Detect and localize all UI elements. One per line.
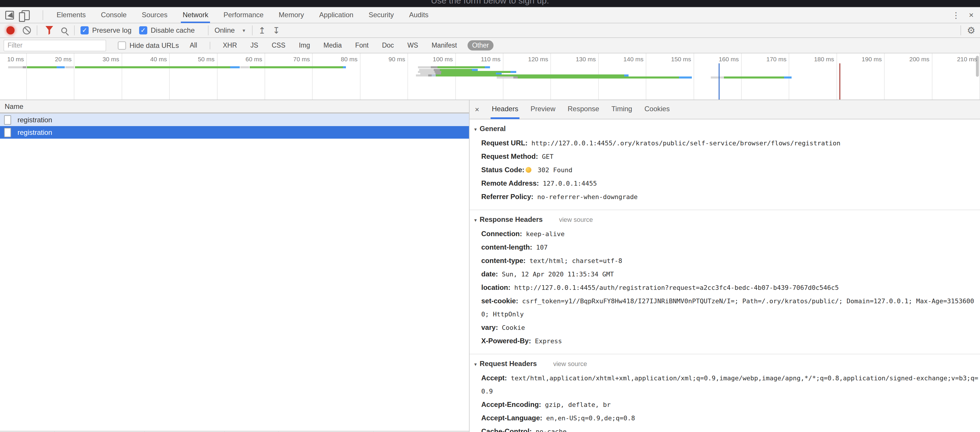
filter-type-manifest[interactable]: Manifest (429, 40, 460, 51)
filter-type-css[interactable]: CSS (269, 40, 288, 51)
header-entry: content-length: 107 (481, 241, 978, 254)
header-key: Request Method: (481, 152, 538, 160)
header-entry: vary: Cookie (481, 321, 978, 335)
throttling-dropdown[interactable]: Online ▼ (215, 26, 246, 34)
name-column-header[interactable]: Name (0, 100, 469, 113)
header-value: keep-alive (522, 230, 565, 238)
header-key: Accept: (481, 374, 507, 382)
inspect-element-icon[interactable] (5, 11, 14, 19)
section-header[interactable]: ▾Response Headersview source (469, 212, 980, 227)
filter-input[interactable] (3, 40, 106, 51)
timeline-tick-label: 20 ms (28, 56, 72, 63)
hide-data-urls-checkbox[interactable] (118, 41, 126, 49)
view-source-link[interactable]: view source (553, 357, 587, 371)
document-icon (4, 115, 11, 124)
disclosure-triangle-icon: ▾ (474, 123, 477, 137)
search-icon[interactable] (61, 27, 67, 33)
devtools-tab-console[interactable]: Console (99, 7, 128, 23)
section-title: Response Headers (480, 212, 543, 226)
header-entry: Accept: text/html,application/xhtml+xml,… (481, 371, 978, 398)
header-entry: Request Method: GET (481, 150, 978, 163)
import-har-icon[interactable]: ↥ (258, 26, 266, 36)
tab-headers[interactable]: Headers (492, 100, 518, 119)
network-settings-gear-icon[interactable]: ⚙ (967, 25, 975, 36)
timeline-tick-label: 80 ms (314, 56, 358, 63)
headers-panel: ▾GeneralRequest URL: http://127.0.0.1:44… (469, 120, 980, 432)
devtools-tab-network[interactable]: Network (181, 7, 210, 23)
header-entry: Referrer Policy: no-referrer-when-downgr… (481, 190, 978, 204)
disable-cache-label: Disable cache (151, 26, 195, 34)
header-value: GET (538, 153, 554, 160)
waterfall-bar-segment (513, 77, 518, 78)
header-entry: Cache-Control: no-cache (481, 425, 978, 432)
devtools-tab-application[interactable]: Application (317, 7, 355, 23)
divider (252, 26, 253, 35)
more-options-kebab-icon[interactable]: ⋮ (952, 11, 960, 20)
waterfall-bar-segment (240, 66, 249, 68)
header-entry: X-Powered-By: Express (481, 335, 978, 348)
close-devtools-icon[interactable]: × (969, 11, 974, 20)
filter-type-media[interactable]: Media (321, 40, 345, 51)
waterfall-bar-segment (511, 71, 516, 73)
divider (210, 42, 210, 49)
tab-cookies[interactable]: Cookies (644, 100, 670, 119)
devtools-tab-memory[interactable]: Memory (277, 7, 306, 23)
header-key: content-length: (481, 243, 532, 251)
section-title: Request Headers (480, 357, 537, 371)
page-banner-text: Use the form below to sign up. (431, 0, 549, 6)
filter-type-other[interactable]: Other (468, 40, 494, 51)
timeline-gridline (407, 53, 408, 100)
tab-timing[interactable]: Timing (611, 100, 632, 119)
waterfall-bar-segment (485, 66, 490, 68)
filter-type-js[interactable]: JS (248, 40, 261, 51)
view-source-link[interactable]: view source (559, 213, 593, 227)
section-header[interactable]: ▾Request Headersview source (469, 357, 980, 371)
export-har-icon[interactable]: ↧ (273, 26, 280, 36)
tab-response[interactable]: Response (568, 100, 599, 119)
devtools-tab-elements[interactable]: Elements (55, 7, 88, 23)
devtools-tab-performance[interactable]: Performance (222, 7, 265, 23)
clear-requests-icon[interactable] (23, 26, 31, 34)
timeline-gridline (694, 53, 694, 100)
table-row[interactable]: registration (0, 126, 469, 139)
devtools-tab-sources[interactable]: Sources (140, 7, 169, 23)
network-overview-timeline[interactable]: 10 ms20 ms30 ms40 ms50 ms60 ms70 ms80 ms… (0, 53, 980, 100)
filter-type-all[interactable]: All (187, 40, 200, 51)
domcontentloaded-marker (719, 63, 719, 100)
timeline-gridline (455, 53, 456, 100)
divider (37, 26, 37, 35)
filter-type-xhr[interactable]: XHR (220, 40, 240, 51)
preserve-log-checkbox[interactable]: ✓ (81, 26, 89, 34)
devtools-tab-security[interactable]: Security (367, 7, 396, 23)
tab-preview[interactable]: Preview (531, 100, 555, 119)
header-value: no-referrer-when-downgrade (533, 193, 638, 201)
timeline-tick-label: 190 ms (838, 56, 882, 63)
section-general: ▾GeneralRequest URL: http://127.0.0.1:44… (469, 120, 980, 210)
devtools-tab-bar: ElementsConsoleSourcesNetworkPerformance… (0, 8, 980, 23)
header-key: date: (481, 270, 498, 278)
table-row[interactable]: registration (0, 113, 469, 126)
filter-type-img[interactable]: Img (296, 40, 313, 51)
close-details-icon[interactable]: × (475, 105, 479, 114)
section-header[interactable]: ▾General (469, 122, 980, 137)
timeline-gridline (932, 53, 932, 100)
filter-type-ws[interactable]: WS (404, 40, 421, 51)
filter-type-doc[interactable]: Doc (379, 40, 397, 51)
disable-cache-checkbox[interactable]: ✓ (139, 26, 147, 34)
waterfall-bar-segment (432, 75, 436, 77)
header-entry: location: http://127.0.0.1:4455/auth/reg… (481, 281, 978, 295)
request-name: registration (18, 116, 52, 124)
timeline-tick-label: 120 ms (504, 56, 548, 63)
devtools-tab-audits[interactable]: Audits (407, 7, 430, 23)
details-tab-bar: × HeadersPreviewResponseTimingCookies (469, 100, 980, 120)
header-value: text/html; charset=utf-8 (526, 257, 622, 265)
header-value: Sun, 12 Apr 2020 11:35:34 GMT (498, 271, 614, 278)
filter-funnel-icon[interactable] (46, 26, 53, 35)
record-network-log-button[interactable] (6, 26, 14, 34)
waterfall-bar-segment (428, 75, 432, 77)
timeline-tick-label: 160 ms (695, 56, 739, 63)
filter-type-font[interactable]: Font (352, 40, 372, 51)
header-value: 127.0.0.1:4455 (539, 180, 597, 187)
timeline-gridline (837, 53, 837, 100)
device-toolbar-icon[interactable] (22, 10, 30, 20)
